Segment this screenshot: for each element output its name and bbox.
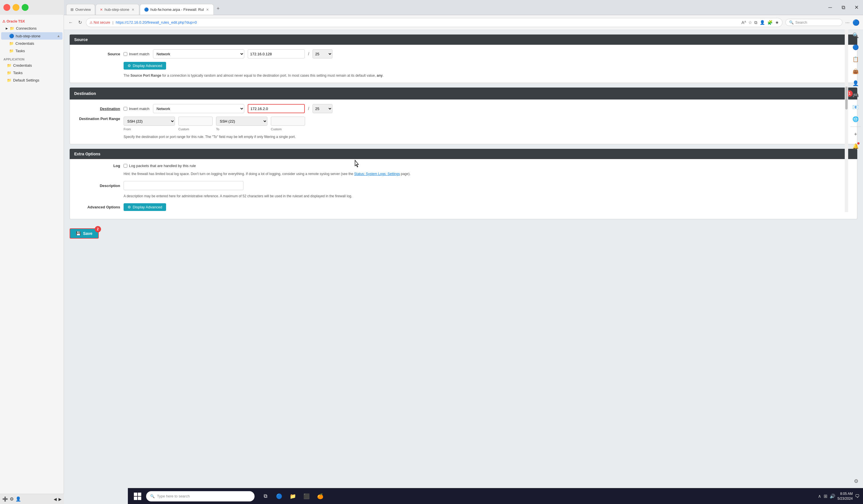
edge-search-icon[interactable]: 🔍 xyxy=(850,30,861,41)
mac-maximize-button[interactable] xyxy=(22,4,28,11)
split-icon[interactable]: ⧉ xyxy=(754,20,758,25)
edge-outlook-icon[interactable]: 📧 xyxy=(850,102,861,113)
win-minimize-button[interactable]: ─ xyxy=(824,0,837,15)
edge-add-icon[interactable]: + xyxy=(850,129,861,140)
log-checkbox[interactable] xyxy=(124,164,127,168)
mac-minimize-button[interactable] xyxy=(13,4,20,11)
url-icons: Aᴬ ☆ ⧉ 👤 🧩 ★ xyxy=(741,20,779,25)
taskbar-terminal-button[interactable]: ⬛ xyxy=(300,490,313,503)
sidebar-item-app-credentials[interactable]: 📁 Credentials xyxy=(1,62,62,69)
search-bar[interactable]: 🔍 Search xyxy=(785,19,842,26)
source-ip-input[interactable] xyxy=(248,49,305,59)
log-checkbox-label[interactable]: Log packets that are handled by this rul… xyxy=(124,164,196,168)
nav-right-icon[interactable]: ▶ xyxy=(59,497,62,502)
mac-close-button[interactable] xyxy=(3,4,10,11)
tab-hub-step-stone[interactable]: ✕ hub-step-stone ✕ xyxy=(96,4,139,15)
source-form-row: Source Invert match NetworkAnyThis Firew… xyxy=(75,49,852,59)
tab-hub-close[interactable]: ✕ xyxy=(131,7,135,12)
log-hint-text: Hint: the firewall has limited local log… xyxy=(75,171,852,177)
source-display-advanced-button[interactable]: ⚙ Display Advanced xyxy=(124,62,166,69)
taskbar-files-button[interactable]: 📁 xyxy=(287,490,299,503)
settings-icon[interactable]: ⚙ xyxy=(10,496,14,502)
sidebar-item-tasks[interactable]: 📁 Tasks xyxy=(1,47,62,54)
more-options-icon[interactable]: ⋯ xyxy=(845,20,850,25)
person-icon[interactable]: 👤 xyxy=(15,496,21,502)
description-input[interactable] xyxy=(124,181,243,190)
back-button[interactable]: ← xyxy=(67,19,74,26)
source-body: Source Invert match NetworkAnyThis Firew… xyxy=(70,45,857,83)
clock-display[interactable]: 8:05 AM 5/23/2024 xyxy=(838,491,853,501)
to-port-select[interactable]: SSH (22)FTP (21)HTTP (80)HTTPS (443)Any xyxy=(216,117,267,126)
add-icon[interactable]: ➕ xyxy=(2,496,8,502)
edge-games-icon[interactable]: 🎮 xyxy=(850,90,861,101)
refresh-button[interactable]: ↻ xyxy=(77,18,83,26)
taskbar-notifications-icon[interactable]: 🗨 xyxy=(855,494,860,499)
taskbar: 🔍 Type here to search ⧉ 🔵 📁 ⬛ 🍊 ∧ ⊞ 🔊 8:… xyxy=(128,488,863,504)
destination-slash: / xyxy=(308,106,309,111)
source-cidr-select[interactable]: 8162425262728293032 xyxy=(312,49,333,59)
edge-profile-icon[interactable]: 🔵 xyxy=(850,42,861,53)
destination-invert-match-checkbox[interactable] xyxy=(124,107,127,111)
bookmark-icon[interactable]: ☆ xyxy=(748,20,752,25)
win-close-button[interactable]: ✕ xyxy=(850,0,863,15)
destination-ip-input[interactable] xyxy=(248,104,305,113)
sidebar-item-hub-step-stone[interactable]: 🔵 hub-step-stone ▲ xyxy=(1,32,62,40)
taskbar-search-bar[interactable]: 🔍 Type here to search xyxy=(146,491,254,502)
sidebar-app-tasks-label: Tasks xyxy=(13,71,23,75)
edge-account-icon[interactable]: 👤 xyxy=(850,78,861,89)
new-tab-button[interactable]: + xyxy=(214,4,222,13)
gear-icon-extra: ⚙ xyxy=(127,205,131,209)
sidebar-item-app-tasks[interactable]: 📁 Tasks xyxy=(1,69,62,76)
fave-icon[interactable]: ★ xyxy=(775,20,779,25)
scrollbar-thumb[interactable] xyxy=(845,87,848,109)
tab-overview[interactable]: ⊞ Overview xyxy=(66,4,95,15)
tab-firewall-close[interactable]: ✕ xyxy=(205,7,210,12)
taskbar-volume-icon[interactable]: 🔊 xyxy=(829,493,835,499)
edge-translate-icon[interactable]: 🌐 xyxy=(850,114,861,125)
extra-display-advanced-button[interactable]: ⚙ Display Advanced xyxy=(124,203,166,211)
sidebar-item-default-settings[interactable]: 📁 Default Settings xyxy=(1,77,62,84)
url-bar[interactable]: ⚠ Not secure | https://172.16.0.20/firew… xyxy=(86,18,783,27)
destination-port-label: Destination Port Range xyxy=(75,117,120,121)
destination-port-info-text: Specify the destination port or port ran… xyxy=(124,135,296,139)
destination-invert-match-label[interactable]: Invert match xyxy=(124,107,150,111)
source-any-bold: any xyxy=(377,74,383,78)
start-button[interactable] xyxy=(131,490,144,503)
taskbar-edge-button[interactable]: 🔵 xyxy=(273,490,285,503)
taskbar-app-button[interactable]: 🍊 xyxy=(314,490,326,503)
extra-options-header: Extra Options xyxy=(70,149,857,159)
tab-overview-label: Overview xyxy=(75,8,91,12)
edge-collections-icon[interactable]: 📋 xyxy=(850,54,861,65)
source-invert-match-label[interactable]: Invert match xyxy=(124,52,150,56)
nav-left-icon[interactable]: ◀ xyxy=(54,497,57,502)
win-restore-button[interactable]: ⧉ xyxy=(837,0,850,15)
taskbar-network-icon[interactable]: ⊞ xyxy=(824,493,827,499)
search-icon: 🔍 xyxy=(789,20,794,25)
profile-icon[interactable]: 👤 xyxy=(760,20,765,25)
source-network-select[interactable]: NetworkAnyThis FirewallSingle host or al… xyxy=(153,49,244,59)
destination-invert-match-text: Invert match xyxy=(129,107,150,111)
from-port-select[interactable]: SSH (22)FTP (21)HTTP (80)HTTPS (443)Any xyxy=(124,117,175,126)
edge-notifications-icon[interactable]: 🔔 xyxy=(850,141,861,152)
edge-wallet-icon[interactable]: 👜 xyxy=(850,66,861,77)
taskbar-chevron-icon[interactable]: ∧ xyxy=(818,493,821,499)
browser-settings-icon[interactable]: ⚙ xyxy=(850,476,862,487)
from-custom-group: Custom xyxy=(178,117,213,131)
sidebar-item-credentials[interactable]: 📁 Credentials xyxy=(1,40,62,47)
syslog-link[interactable]: Status: System Logs: Settings xyxy=(354,172,400,176)
search-placeholder: Search xyxy=(795,20,807,25)
sidebar-item-connections[interactable]: ▶ 📁 Connections xyxy=(1,25,62,32)
destination-cidr-select[interactable]: 8162425262728293032 xyxy=(312,104,333,113)
tab-firewall[interactable]: 🔵 hub-fw.home.arpa - Firewall: Rul ✕ xyxy=(140,4,214,15)
taskbar-task-view-button[interactable]: ⧉ xyxy=(259,490,272,503)
save-button[interactable]: 💾 Save 2 xyxy=(70,228,99,238)
edge-icon[interactable]: 🔵 xyxy=(852,19,860,26)
taskbar-search-placeholder: Type here to search xyxy=(157,494,190,498)
from-custom-input[interactable] xyxy=(178,117,213,126)
source-invert-match-checkbox[interactable] xyxy=(124,52,127,56)
reader-icon[interactable]: Aᴬ xyxy=(741,20,746,25)
to-custom-input[interactable] xyxy=(271,117,305,126)
destination-network-select[interactable]: NetworkAnyThis FirewallSingle host or al… xyxy=(153,104,244,113)
extension-icon[interactable]: 🧩 xyxy=(767,20,773,25)
mac-titlebar xyxy=(0,0,64,15)
